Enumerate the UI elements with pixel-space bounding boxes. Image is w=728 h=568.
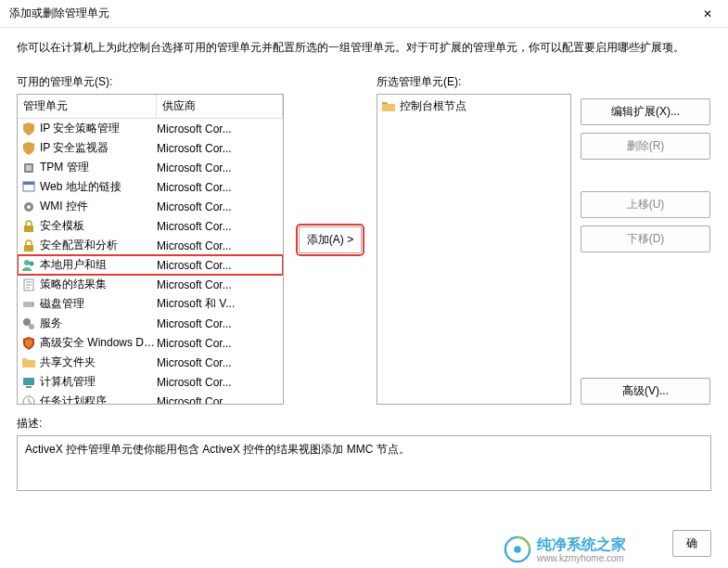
snapin-vendor: Microsoft Cor...	[157, 161, 279, 174]
snapin-name: 任务计划程序	[40, 394, 157, 404]
folder-icon	[381, 99, 396, 114]
snapin-icon	[21, 394, 36, 405]
snapin-icon	[21, 180, 36, 195]
snapin-row[interactable]: 计算机管理 Microsoft Cor...	[18, 372, 283, 392]
snapin-icon	[21, 219, 36, 234]
snapin-vendor: Microsoft Cor...	[157, 181, 279, 194]
svg-point-19	[514, 547, 521, 554]
snapin-name: 安全模板	[40, 218, 157, 234]
move-up-button[interactable]: 上移(U)	[581, 191, 710, 218]
snapin-name: IP 安全监视器	[40, 140, 157, 156]
snapin-vendor: Microsoft Cor...	[157, 239, 279, 252]
close-button[interactable]: ✕	[686, 0, 728, 28]
window-title: 添加或删除管理单元	[9, 6, 686, 21]
right-buttons: 编辑扩展(X)... 删除(R) 上移(U) 下移(D) 高级(V)...	[581, 74, 710, 405]
svg-point-9	[30, 261, 34, 265]
intro-text: 你可以在计算机上为此控制台选择可用的管理单元并配置所选的一组管理单元。对于可扩展…	[17, 39, 711, 56]
available-column: 可用的管理单元(S): 管理单元 供应商 IP 安全策略管理 Microsoft…	[17, 74, 284, 405]
snapin-vendor: Microsoft Cor...	[157, 395, 279, 405]
svg-rect-1	[26, 165, 32, 171]
close-icon: ✕	[703, 7, 712, 20]
available-header: 管理单元 供应商	[18, 95, 283, 119]
snapin-icon	[21, 375, 36, 390]
snapin-vendor: Microsoft Cor...	[157, 142, 279, 155]
svg-point-14	[29, 324, 34, 329]
watermark-name: 纯净系统之家	[537, 536, 626, 553]
svg-point-8	[24, 260, 30, 265]
svg-rect-6	[24, 226, 33, 232]
snapin-name: 磁盘管理	[40, 296, 157, 312]
snapin-icon	[21, 141, 36, 156]
selected-label: 所选管理单元(E):	[377, 74, 571, 90]
snapin-row[interactable]: TPM 管理 Microsoft Cor...	[18, 158, 283, 177]
snapin-icon	[21, 200, 36, 214]
snapin-row[interactable]: IP 安全策略管理 Microsoft Cor...	[18, 119, 283, 138]
edit-extensions-button[interactable]: 编辑扩展(X)...	[581, 98, 710, 125]
available-label: 可用的管理单元(S):	[17, 74, 284, 90]
snapin-name: IP 安全策略管理	[40, 121, 157, 136]
snapin-icon	[21, 355, 36, 370]
snapin-row[interactable]: 磁盘管理 Microsoft 和 V...	[18, 294, 283, 314]
snapin-name: 策略的结果集	[40, 277, 157, 292]
snapin-vendor: Microsoft Cor...	[157, 200, 279, 213]
dialog-footer: 确	[672, 530, 711, 557]
snapin-name: 计算机管理	[40, 374, 157, 390]
svg-point-13	[23, 318, 31, 326]
selected-list[interactable]: 控制台根节点	[377, 94, 571, 405]
snapin-vendor: Microsoft 和 V...	[157, 296, 279, 312]
advanced-button[interactable]: 高级(V)...	[581, 378, 710, 405]
snapin-row[interactable]: WMI 控件 Microsoft Cor...	[18, 197, 283, 216]
snapin-row[interactable]: 任务计划程序 Microsoft Cor...	[18, 392, 283, 404]
console-root-node[interactable]: 控制台根节点	[377, 95, 570, 118]
snapin-vendor: Microsoft Cor...	[157, 220, 279, 233]
snapin-name: 共享文件夹	[40, 355, 157, 370]
snapin-name: 安全配置和分析	[40, 238, 157, 253]
snapin-icon	[21, 258, 36, 273]
snapin-row[interactable]: 高级安全 Windows De... Microsoft Cor...	[18, 333, 283, 353]
snapin-icon	[21, 336, 36, 351]
snapin-row[interactable]: 安全模板 Microsoft Cor...	[18, 216, 283, 236]
svg-rect-7	[24, 245, 33, 252]
snapin-vendor: Microsoft Cor...	[157, 376, 279, 389]
titlebar: 添加或删除管理单元 ✕	[0, 0, 728, 28]
content-area: 你可以在计算机上为此控制台选择可用的管理单元并配置所选的一组管理单元。对于可扩展…	[0, 28, 728, 491]
description-text: ActiveX 控件管理单元使你能用包含 ActiveX 控件的结果视图添加 M…	[25, 443, 410, 456]
snapin-vendor: Microsoft Cor...	[157, 337, 279, 350]
description-box: ActiveX 控件管理单元使你能用包含 ActiveX 控件的结果视图添加 M…	[17, 435, 711, 491]
snapin-vendor: Microsoft Cor...	[157, 278, 279, 291]
remove-button[interactable]: 删除(R)	[581, 133, 710, 160]
watermark-logo-icon	[504, 536, 531, 563]
add-button[interactable]: 添加(A) >	[299, 226, 362, 253]
snapin-row[interactable]: 策略的结果集 Microsoft Cor...	[18, 275, 283, 294]
available-body[interactable]: IP 安全策略管理 Microsoft Cor... IP 安全监视器 Micr…	[18, 119, 283, 404]
description-label: 描述:	[17, 416, 711, 432]
svg-point-12	[32, 303, 33, 305]
snapin-row[interactable]: 服务 Microsoft Cor...	[18, 314, 283, 333]
col-header-vendor[interactable]: 供应商	[157, 95, 283, 118]
snapin-name: Web 地址的链接	[40, 179, 157, 195]
svg-rect-16	[26, 386, 32, 388]
move-down-button[interactable]: 下移(D)	[581, 226, 710, 252]
available-list[interactable]: 管理单元 供应商 IP 安全策略管理 Microsoft Cor... IP 安…	[17, 94, 284, 405]
root-label: 控制台根节点	[400, 98, 466, 114]
snapin-icon	[21, 316, 36, 331]
snapin-row[interactable]: 共享文件夹 Microsoft Cor...	[18, 353, 283, 372]
snapin-row[interactable]: 安全配置和分析 Microsoft Cor...	[18, 236, 283, 255]
col-header-name[interactable]: 管理单元	[18, 95, 157, 118]
svg-point-5	[27, 205, 31, 209]
snapin-vendor: Microsoft Cor...	[157, 259, 279, 272]
snapin-vendor: Microsoft Cor...	[157, 123, 279, 136]
ok-button[interactable]: 确	[672, 530, 711, 557]
watermark: 纯净系统之家 www.kzmyhome.com	[504, 536, 626, 564]
selected-column: 所选管理单元(E): 控制台根节点	[377, 74, 571, 405]
snapin-row[interactable]: 本地用户和组 Microsoft Cor...	[18, 255, 283, 275]
snapin-icon	[21, 239, 36, 253]
snapin-name: TPM 管理	[40, 160, 157, 175]
snapin-row[interactable]: IP 安全监视器 Microsoft Cor...	[18, 138, 283, 158]
snapin-row[interactable]: Web 地址的链接 Microsoft Cor...	[18, 177, 283, 197]
snapin-icon	[21, 297, 36, 312]
snapin-vendor: Microsoft Cor...	[157, 356, 279, 369]
snapin-name: WMI 控件	[40, 199, 157, 214]
snapin-name: 高级安全 Windows De...	[40, 335, 157, 351]
watermark-url: www.kzmyhome.com	[537, 553, 626, 564]
